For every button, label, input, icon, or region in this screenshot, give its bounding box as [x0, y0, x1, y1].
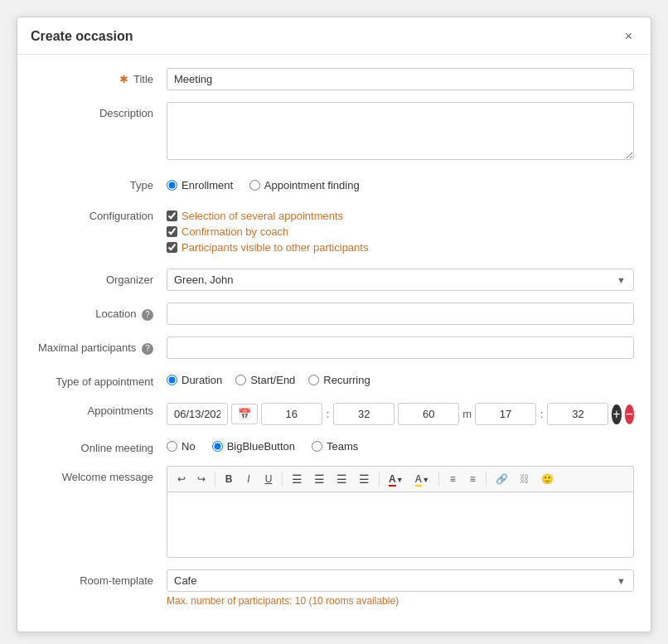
location-control [167, 303, 634, 325]
appt-type-duration-radio[interactable] [167, 375, 177, 385]
font-color-button[interactable]: A▼ [384, 471, 409, 487]
maximal-participants-control [167, 337, 634, 359]
appointment-min1-input[interactable] [333, 403, 395, 425]
organizer-select[interactable]: Green, John [167, 269, 634, 291]
unlink-button[interactable]: ⛓ [515, 471, 535, 487]
room-template-select[interactable]: Cafe [167, 569, 634, 592]
type-enrollment-radio[interactable] [167, 180, 177, 191]
description-label: Description [34, 102, 167, 119]
maximal-participants-row: Maximal participants ? [34, 337, 634, 359]
appointment-date-input[interactable] [167, 403, 228, 425]
description-input[interactable] [167, 102, 634, 160]
justify-button[interactable]: ☰ [354, 470, 375, 488]
location-label: Location ? [34, 303, 167, 321]
align-left-button[interactable]: ☰ [287, 470, 307, 488]
toolbar-sep-5 [486, 472, 486, 487]
title-row: ✱ Title [34, 68, 634, 90]
required-star: ✱ [119, 73, 128, 85]
maximal-participants-help-icon[interactable]: ? [142, 343, 153, 355]
online-meeting-teams-option[interactable]: Teams [312, 440, 358, 453]
editor-toolbar: ↩ ↪ B I U ☰ ☰ ☰ ☰ A▼ A▼ ≡ ≡ [167, 466, 634, 491]
organizer-label: Organizer [34, 269, 167, 286]
undo-button[interactable]: ↩ [172, 471, 191, 487]
organizer-select-wrapper: Green, John ▼ [167, 269, 634, 291]
appointment-duration-input[interactable] [398, 403, 459, 425]
toolbar-sep-3 [379, 472, 380, 487]
appointment-min2-input[interactable] [547, 403, 608, 425]
bold-button[interactable]: B [220, 471, 238, 487]
modal-title: Create occasion [31, 29, 133, 44]
welcome-message-row: Welcome message ↩ ↪ B I U ☰ ☰ ☰ ☰ A▼ A▼ [34, 466, 634, 558]
description-row: Description [34, 102, 634, 162]
description-control [167, 102, 634, 162]
location-input[interactable] [167, 303, 634, 325]
toolbar-sep-4 [438, 472, 439, 487]
maximal-participants-label: Maximal participants ? [34, 337, 167, 355]
time-colon-2: : [540, 408, 545, 420]
type-of-appointment-label: Type of appointment [34, 370, 167, 388]
title-input[interactable] [167, 68, 634, 90]
underline-button[interactable]: U [259, 471, 278, 487]
config-participants-checkbox[interactable] [167, 242, 177, 253]
close-button[interactable]: × [620, 27, 637, 46]
appt-type-startend-option[interactable]: Start/End [235, 374, 295, 386]
modal-body: ✱ Title Description Type Enrollment [17, 55, 651, 632]
appointment-entry: 📅 : m : + − [167, 399, 634, 425]
configuration-label: Configuration [34, 205, 167, 222]
config-participants-option[interactable]: Participants visible to other participan… [167, 241, 621, 254]
type-enrollment-option[interactable]: Enrollment [167, 179, 233, 191]
italic-button[interactable]: I [240, 471, 258, 487]
appt-type-duration-option[interactable]: Duration [167, 374, 222, 386]
room-template-control: Cafe ▼ Max. number of participants: 10 (… [167, 569, 634, 607]
welcome-message-editor[interactable] [167, 491, 634, 558]
align-center-button[interactable]: ☰ [309, 470, 330, 488]
room-template-label: Room-template [34, 569, 167, 587]
type-of-appointment-row: Type of appointment Duration Start/End R… [34, 370, 634, 388]
type-of-appointment-control: Duration Start/End Recurring [167, 370, 634, 386]
list-ordered-button[interactable]: ≡ [463, 471, 482, 487]
align-right-button[interactable]: ☰ [332, 470, 352, 488]
online-meeting-label: Online meeting [34, 437, 167, 454]
appt-type-recurring-radio[interactable] [308, 375, 319, 385]
appt-type-recurring-option[interactable]: Recurring [308, 374, 370, 386]
appointment-hour1-input[interactable] [261, 403, 322, 425]
room-template-select-wrapper: Cafe ▼ [167, 569, 634, 592]
calendar-button[interactable]: 📅 [231, 404, 258, 424]
list-unordered-button[interactable]: ≡ [443, 471, 462, 487]
type-row: Type Enrollment Appointment finding [34, 174, 634, 193]
link-button[interactable]: 🔗 [491, 471, 513, 487]
configuration-control: Selection of several appointments Confir… [167, 205, 634, 257]
config-selection-checkbox[interactable] [167, 211, 177, 221]
welcome-message-label: Welcome message [34, 466, 167, 483]
online-meeting-no-radio[interactable] [167, 441, 177, 452]
config-selection-option[interactable]: Selection of several appointments [167, 210, 621, 222]
online-meeting-bbb-radio[interactable] [212, 441, 223, 452]
emoji-button[interactable]: 🙂 [536, 471, 559, 487]
online-meeting-bbb-option[interactable]: BigBlueButton [212, 440, 295, 453]
appointments-row: Appointments 📅 : m : + − [34, 399, 634, 425]
add-appointment-button[interactable]: + [612, 404, 621, 424]
type-control: Enrollment Appointment finding [167, 174, 634, 193]
room-template-row: Room-template Cafe ▼ Max. number of part… [34, 569, 634, 607]
appointment-hour2-input[interactable] [475, 403, 536, 425]
online-meeting-control: No BigBlueButton Teams [167, 437, 634, 453]
time-colon-1: : [326, 408, 331, 420]
remove-appointment-button[interactable]: − [625, 404, 634, 424]
configuration-row: Configuration Selection of several appoi… [34, 205, 634, 257]
bg-color-button[interactable]: A▼ [410, 471, 435, 487]
config-confirmation-checkbox[interactable] [167, 226, 177, 237]
type-appointment-finding-option[interactable]: Appointment finding [249, 179, 360, 191]
location-help-icon[interactable]: ? [142, 309, 153, 321]
online-meeting-teams-radio[interactable] [312, 441, 322, 452]
config-confirmation-option[interactable]: Confirmation by coach [167, 225, 621, 238]
online-meeting-no-option[interactable]: No [167, 440, 196, 453]
toolbar-sep-1 [215, 472, 215, 487]
maximal-participants-input[interactable] [167, 337, 634, 359]
organizer-row: Organizer Green, John ▼ [34, 269, 634, 291]
appt-type-startend-radio[interactable] [235, 375, 246, 385]
online-meeting-row: Online meeting No BigBlueButton Teams [34, 437, 634, 454]
location-row: Location ? [34, 303, 634, 325]
type-label: Type [34, 174, 167, 191]
redo-button[interactable]: ↪ [192, 471, 211, 487]
type-appointment-radio[interactable] [249, 180, 260, 191]
